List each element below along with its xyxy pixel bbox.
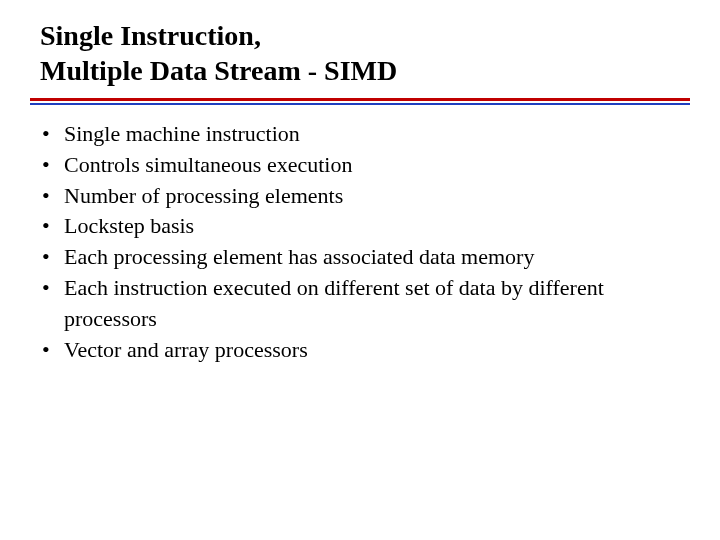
divider-blue-line bbox=[30, 103, 690, 105]
bullet-text: Single machine instruction bbox=[64, 119, 690, 150]
title-line-2: Multiple Data Stream - SIMD bbox=[40, 55, 397, 86]
bullet-text: Each processing element has associated d… bbox=[64, 242, 690, 273]
bullet-text: Controls simultaneous execution bbox=[64, 150, 690, 181]
list-item: • Each instruction executed on different… bbox=[40, 273, 690, 335]
divider bbox=[30, 98, 690, 105]
bullet-icon: • bbox=[40, 150, 64, 181]
slide-title: Single Instruction, Multiple Data Stream… bbox=[30, 18, 690, 88]
bullet-icon: • bbox=[40, 119, 64, 150]
list-item: • Controls simultaneous execution bbox=[40, 150, 690, 181]
list-item: • Single machine instruction bbox=[40, 119, 690, 150]
bullet-icon: • bbox=[40, 211, 64, 242]
divider-red-line bbox=[30, 98, 690, 101]
list-item: • Number of processing elements bbox=[40, 181, 690, 212]
bullet-icon: • bbox=[40, 335, 64, 366]
bullet-text: Number of processing elements bbox=[64, 181, 690, 212]
bullet-icon: • bbox=[40, 181, 64, 212]
title-line-1: Single Instruction, bbox=[40, 20, 261, 51]
list-item: • Lockstep basis bbox=[40, 211, 690, 242]
list-item: • Each processing element has associated… bbox=[40, 242, 690, 273]
list-item: • Vector and array processors bbox=[40, 335, 690, 366]
bullet-icon: • bbox=[40, 273, 64, 304]
bullet-list: • Single machine instruction • Controls … bbox=[30, 119, 690, 365]
bullet-text: Lockstep basis bbox=[64, 211, 690, 242]
bullet-text: Vector and array processors bbox=[64, 335, 690, 366]
bullet-text: Each instruction executed on different s… bbox=[64, 273, 690, 335]
bullet-icon: • bbox=[40, 242, 64, 273]
